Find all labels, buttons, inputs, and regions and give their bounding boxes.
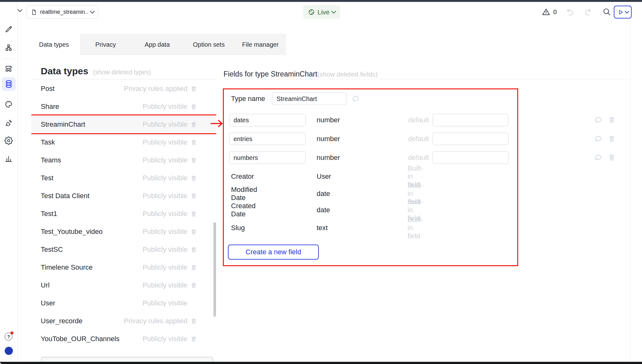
data-type-status: Privacy rules applied xyxy=(124,317,187,325)
builtin-field-type: User xyxy=(317,172,331,181)
sidebar-item-data-active[interactable] xyxy=(2,77,16,91)
data-type-status: Publicly visible xyxy=(143,103,187,111)
data-type-status: Publicly visible xyxy=(143,281,187,289)
trash-icon[interactable] xyxy=(191,139,197,146)
data-type-row[interactable]: Test Publicly visible xyxy=(31,169,216,187)
data-type-name: Timelene Source xyxy=(41,263,139,272)
data-type-status: Privacy rules applied xyxy=(124,86,187,93)
data-type-row[interactable]: TestSC Publicly visible xyxy=(31,240,216,258)
trash-icon[interactable] xyxy=(608,116,616,124)
data-type-row[interactable]: User_recorde Privacy rules applied xyxy=(31,312,216,330)
field-name-input[interactable] xyxy=(229,133,306,145)
comment-icon[interactable] xyxy=(352,95,360,103)
tab-app-data[interactable]: App data xyxy=(131,34,183,55)
data-type-row[interactable]: Task Publicly visible xyxy=(31,133,216,151)
dropdown-chevron-down-icon xyxy=(90,9,95,14)
data-type-row[interactable]: Test1 Publicly visible xyxy=(31,205,216,223)
field-name-input[interactable] xyxy=(229,114,306,126)
environment-selector[interactable]: Live xyxy=(303,5,340,19)
left-panel-divider xyxy=(31,79,216,79)
app-page-dropdown[interactable]: realtime_streamin... xyxy=(27,5,98,19)
trash-icon[interactable] xyxy=(191,86,197,92)
undo-icon[interactable] xyxy=(566,8,574,16)
tab-file-manager[interactable]: File manager xyxy=(234,34,286,55)
page-file-icon xyxy=(31,8,37,16)
data-type-name: TestSC xyxy=(41,245,139,254)
trash-icon[interactable] xyxy=(191,157,197,164)
data-type-status: Publicly visible xyxy=(143,174,187,182)
logo-chevron-down-icon[interactable] xyxy=(18,7,23,12)
environment-label: Live xyxy=(318,8,330,16)
issues-indicator[interactable]: 0 xyxy=(542,8,557,16)
trash-icon[interactable] xyxy=(191,318,197,324)
create-new-field-button[interactable]: Create a new field xyxy=(228,245,319,260)
data-type-status: Publicly visible xyxy=(143,263,187,272)
trash-icon[interactable] xyxy=(191,228,197,235)
data-type-row[interactable]: Test_Youtube_video Publicly visible xyxy=(31,223,216,240)
tab-option-sets[interactable]: Option sets xyxy=(183,34,235,55)
trash-icon[interactable] xyxy=(608,154,616,162)
database-icon xyxy=(4,80,13,88)
builtin-field-name: Slug xyxy=(231,224,245,232)
redo-icon[interactable] xyxy=(584,8,592,16)
builtin-field-type: text xyxy=(317,224,328,232)
trash-icon[interactable] xyxy=(191,210,197,217)
data-type-name: Url xyxy=(41,281,139,289)
data-type-row[interactable]: StreaminChart Publicly visible xyxy=(31,115,216,133)
trash-icon[interactable] xyxy=(191,246,197,253)
field-name-input[interactable] xyxy=(229,151,306,164)
trash-icon[interactable] xyxy=(191,175,197,182)
comment-icon[interactable] xyxy=(594,154,602,162)
chart-icon[interactable] xyxy=(4,154,13,163)
workflow-icon[interactable] xyxy=(4,44,13,52)
comment-icon[interactable] xyxy=(594,116,602,124)
gear-icon[interactable] xyxy=(4,136,13,145)
list-scrollbar[interactable] xyxy=(213,222,216,317)
data-type-row[interactable]: Post Privacy rules applied xyxy=(31,86,216,98)
data-type-status: Publicly visible xyxy=(143,299,187,307)
field-default-input[interactable] xyxy=(433,133,508,145)
warning-triangle-icon xyxy=(542,8,550,16)
data-type-row[interactable]: Test Data Client Publicly visible xyxy=(31,187,216,205)
comment-icon[interactable] xyxy=(594,135,602,143)
show-deleted-types-link[interactable]: (show deleted types) xyxy=(93,69,151,76)
type-name-input[interactable] xyxy=(272,92,346,105)
trash-icon[interactable] xyxy=(191,103,197,110)
data-type-name: Share xyxy=(41,103,139,111)
trash-icon[interactable] xyxy=(191,193,197,199)
data-type-status: Publicly visible xyxy=(143,335,187,343)
trash-icon[interactable] xyxy=(191,121,197,128)
data-type-row[interactable]: Url Publicly visible xyxy=(31,276,216,294)
preview-run-button[interactable] xyxy=(614,6,632,18)
builtin-field-name: Created Date xyxy=(231,202,255,218)
trash-icon[interactable] xyxy=(608,135,616,143)
data-type-row[interactable]: Timelene Source Publicly visible xyxy=(31,258,216,276)
plug-icon[interactable] xyxy=(4,119,13,127)
field-type-label: number xyxy=(317,116,340,124)
field-type-label: number xyxy=(317,154,340,162)
avatar[interactable] xyxy=(5,347,13,355)
field-default-input[interactable] xyxy=(433,114,508,126)
data-type-row[interactable]: Teams Publicly visible xyxy=(31,151,216,169)
trash-icon[interactable] xyxy=(191,335,197,342)
data-type-row[interactable]: Share Publicly visible xyxy=(31,98,216,115)
default-label: default xyxy=(389,116,429,124)
trash-icon[interactable] xyxy=(191,264,197,271)
data-type-name: User_recorde xyxy=(41,317,121,325)
pencil-icon[interactable] xyxy=(4,25,13,34)
tab-data-types[interactable]: Data types xyxy=(28,34,80,55)
sidebar-divider xyxy=(3,59,15,59)
components-icon[interactable] xyxy=(4,64,13,73)
play-icon xyxy=(617,9,624,16)
builtin-field-note: Built-in field xyxy=(408,216,423,240)
show-deleted-fields-link[interactable]: (show deleted fields) xyxy=(317,71,378,78)
tab-privacy[interactable]: Privacy xyxy=(80,34,132,55)
palette-icon[interactable] xyxy=(4,100,13,108)
data-type-row[interactable]: User Publicly visible xyxy=(31,294,216,312)
issues-count: 0 xyxy=(553,8,557,16)
field-default-input[interactable] xyxy=(433,151,508,164)
search-icon[interactable] xyxy=(603,8,611,16)
right-panel-divider xyxy=(224,79,630,79)
data-type-row[interactable]: YouTobe_OUR_Channels Publicly visible xyxy=(31,330,216,348)
trash-icon[interactable] xyxy=(191,282,197,289)
